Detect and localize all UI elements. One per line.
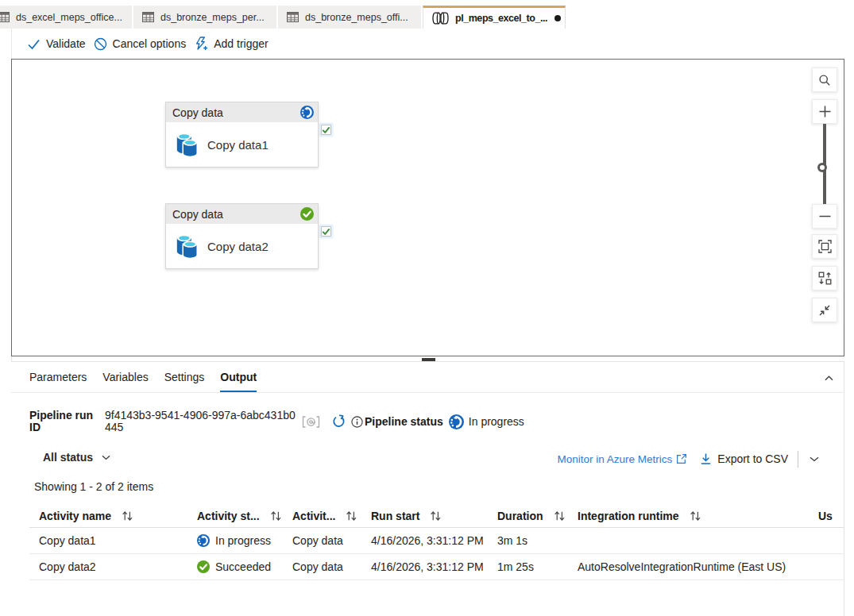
activity-card-header: Copy data xyxy=(166,204,318,224)
activity-type-label: Copy data xyxy=(172,208,300,221)
cell-activity-type: Copy data xyxy=(283,560,361,573)
panel-tab-settings[interactable]: Settings xyxy=(164,362,205,392)
refresh-status-button[interactable] xyxy=(331,414,346,429)
more-actions-chevron[interactable] xyxy=(806,452,823,465)
table-toolbar-row: All status Monitor in Azure Metrics Expo… xyxy=(11,449,844,468)
collapse-canvas-button[interactable] xyxy=(812,298,837,322)
panel-tab-label: Output xyxy=(220,371,257,383)
panel-tab-label: Variables xyxy=(102,371,148,383)
cancel-options-icon xyxy=(94,37,107,51)
tab-ds_bronze_meps_offi[interactable]: ds_bronze_meps_offi... xyxy=(278,6,421,29)
cell-activity-type: Copy data xyxy=(283,534,361,547)
table-actions: Monitor in Azure Metrics Export to CSV xyxy=(558,449,824,468)
monitor-in-azure-metrics-link[interactable]: Monitor in Azure Metrics xyxy=(558,453,688,465)
canvas-search-button[interactable] xyxy=(812,67,837,92)
pipeline-status-text: Pipeline status xyxy=(365,415,443,428)
cell-activity-name: Copy data1 xyxy=(29,534,187,547)
pipeline-status-value: In progress xyxy=(449,414,524,429)
add-trigger-label: Add trigger xyxy=(214,37,268,50)
copy-data-icon xyxy=(176,234,198,259)
filter-chevron-down-icon xyxy=(101,452,111,462)
unsaved-changes-dot xyxy=(555,15,561,21)
cell-integration-runtime: AutoResolveIntegrationRuntime (East US) xyxy=(568,560,809,573)
add-trigger-button[interactable]: Add trigger xyxy=(194,37,268,51)
panel-tab-strip: Parameters Variables Settings Output xyxy=(11,362,844,393)
activity-name-label: Copy data2 xyxy=(207,240,269,253)
column-header[interactable]: Integration runtime xyxy=(568,510,809,522)
activity-success-port[interactable] xyxy=(321,226,331,237)
column-header[interactable]: Run start xyxy=(361,510,488,522)
sort-arrows-icon xyxy=(690,510,701,522)
zoom-out-minus-icon xyxy=(818,210,832,223)
copy-run-id-button[interactable] xyxy=(302,416,320,428)
copy-run-id-icon xyxy=(302,416,320,428)
cancel-options-button[interactable]: Cancel options xyxy=(94,37,187,51)
port-check-icon xyxy=(322,228,330,236)
column-header-label: Activity st... xyxy=(197,510,260,522)
status-text: Succeeded xyxy=(215,560,271,573)
pipeline-run-id-label: Pipeline run ID xyxy=(29,410,105,433)
sort-arrows-icon xyxy=(122,510,133,522)
cell-duration: 1m 25s xyxy=(488,560,568,573)
table-row[interactable]: Copy data2 Succeeded Copy data 4/16/2026… xyxy=(29,554,844,580)
column-header-label: Activit... xyxy=(292,510,335,522)
panel-tab-label: Parameters xyxy=(29,371,87,383)
auto-layout-button[interactable] xyxy=(812,266,837,291)
column-header-label: Run start xyxy=(371,510,419,522)
more-chevron-down-icon xyxy=(809,454,820,464)
panel-collapse-button[interactable] xyxy=(824,373,834,383)
tab-pl_meps_excel_to[interactable]: pl_meps_excel_to_... xyxy=(423,6,566,29)
divider xyxy=(798,451,798,468)
pipeline-canvas[interactable]: Copy data Copy data1 Copy data Copy data… xyxy=(11,59,844,356)
zoom-slider-knob[interactable] xyxy=(817,163,827,172)
pipeline-toolbar: Validate Cancel options Add trigger xyxy=(11,30,276,57)
cell-duration: 3m 1s xyxy=(488,534,568,547)
dataset-table-icon xyxy=(142,12,154,22)
status-value-text: In progress xyxy=(469,415,524,428)
zoom-out-button[interactable] xyxy=(812,204,837,229)
pipeline-status-label: Pipeline status xyxy=(351,415,443,428)
column-header-label: Duration xyxy=(497,510,543,522)
column-header[interactable]: Us xyxy=(809,510,844,522)
validate-check-icon xyxy=(27,37,41,51)
cell-activity-status: In progress xyxy=(187,534,283,547)
column-header[interactable]: Activity st... xyxy=(187,510,283,522)
zoom-to-fit-icon xyxy=(818,240,832,253)
search-icon xyxy=(818,74,831,87)
dataset-table-icon xyxy=(0,12,10,22)
status-filter-label: All status xyxy=(43,451,93,464)
activity-card-copy-data1[interactable]: Copy data Copy data1 xyxy=(165,102,319,167)
activity-card-header: Copy data xyxy=(166,102,318,122)
panel-tab-parameters[interactable]: Parameters xyxy=(29,362,87,392)
export-to-csv-button[interactable]: Export to CSV xyxy=(700,452,788,465)
validate-label: Validate xyxy=(46,37,86,50)
cell-activity-status: Succeeded xyxy=(187,560,283,573)
panel-tab-output[interactable]: Output xyxy=(220,362,257,392)
validate-button[interactable]: Validate xyxy=(27,37,86,51)
activity-type-label: Copy data xyxy=(172,106,300,119)
zoom-to-fit-button[interactable] xyxy=(812,234,837,259)
tab-label: ds_bronze_meps_per... xyxy=(160,12,265,23)
row-in-progress-icon xyxy=(197,534,210,547)
activity-success-port[interactable] xyxy=(321,125,331,135)
activity-card-copy-data2[interactable]: Copy data Copy data2 xyxy=(165,203,319,269)
cell-activity-name: Copy data2 xyxy=(29,560,187,573)
column-header[interactable]: Activity name xyxy=(29,510,187,522)
column-header[interactable]: Activit... xyxy=(283,510,361,522)
panel-tab-variables[interactable]: Variables xyxy=(102,362,148,392)
status-filter-dropdown[interactable]: All status xyxy=(43,451,111,464)
cell-run-start: 4/16/2026, 3:31:12 PM xyxy=(361,534,488,547)
panel-tab-label: Settings xyxy=(164,371,205,383)
zoom-in-button[interactable] xyxy=(812,99,837,124)
column-header-label: Us xyxy=(818,510,833,522)
column-header[interactable]: Duration xyxy=(488,510,568,522)
activity-in-progress-icon xyxy=(300,106,314,119)
status-text: In progress xyxy=(215,534,271,547)
tab-label: pl_meps_excel_to_... xyxy=(455,13,547,24)
showing-items-text: Showing 1 - 2 of 2 items xyxy=(34,480,153,493)
tab-ds_excel_meps_office[interactable]: ds_excel_meps_office... xyxy=(0,6,132,29)
activity-name-label: Copy data1 xyxy=(207,138,269,152)
tab-ds_bronze_meps_per[interactable]: ds_bronze_meps_per... xyxy=(133,6,276,29)
pipeline-run-id-value: 9f4143b3-9541-4906-997a-6abc431b0445 xyxy=(105,410,296,433)
table-row[interactable]: Copy data1 In progress Copy data 4/16/20… xyxy=(29,528,844,554)
